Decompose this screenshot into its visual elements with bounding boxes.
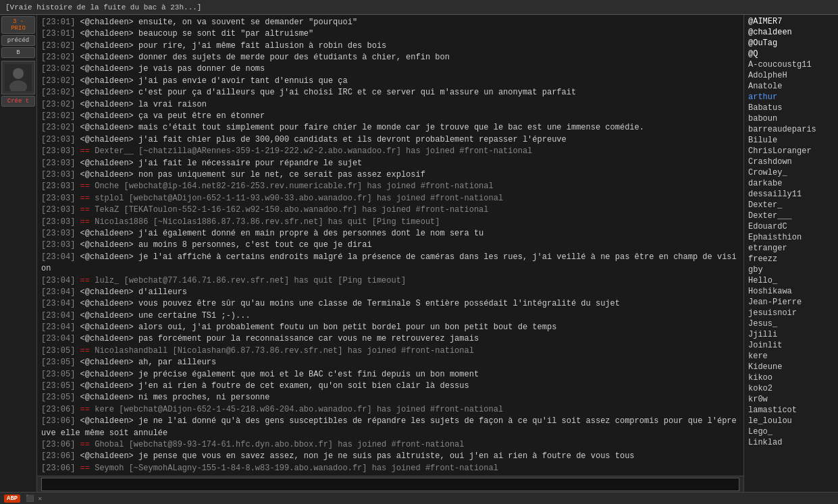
user-item[interactable]: Jjilli [744, 329, 838, 340]
input-bar [37, 476, 743, 492]
chat-line: [23:03] == TekaZ [TEKAToulon-552-1-16-16… [40, 204, 741, 216]
chat-line: [23:05] <@chaldeen> je précise également… [40, 369, 741, 381]
chat-line: [23:02] <@chaldeen> donner des sujets de… [40, 52, 741, 63]
user-item[interactable]: Jean-Pierre [744, 297, 838, 308]
chat-line: [23:03] == Dexter__ [~chatzilla@ARennes-… [40, 146, 741, 157]
user-item[interactable]: Joinlit [744, 340, 838, 351]
chat-line: [23:02] <@chaldeen> je vais pas donner d… [40, 63, 741, 75]
chat-line: [23:03] == Onche [webchat@ip-164.net82-2… [40, 181, 741, 192]
user-item[interactable]: etranger [744, 243, 838, 254]
chat-line: [23:03] <@chaldeen> j'ai fait le nécessa… [40, 158, 741, 169]
user-item[interactable]: A-coucoustg11 [744, 59, 838, 70]
chat-line: [23:06] <@chaldeen> je ne l'ai donné qu'… [40, 416, 741, 439]
user-item[interactable]: barreaudeparis [744, 124, 838, 135]
svg-point-1 [13, 68, 24, 79]
user-item[interactable]: Hello_ [744, 275, 838, 286]
left-panel: 3 - PRIO précéd B Crée t [0, 15, 37, 492]
user-item[interactable]: Linklad [744, 437, 838, 448]
title-text: [Vraie histoire de la fuite du bac à 23h… [5, 3, 201, 11]
user-item[interactable]: Lego_ [744, 426, 838, 437]
chat-line: [23:01] <@chaldeen> beaucoup se sont dit… [40, 28, 741, 40]
chat-line: [23:04] <@chaldeen> je l'ai affiché à ce… [40, 252, 741, 275]
chat-line: [23:03] == stplol [webchat@ADijon-652-1-… [40, 193, 741, 204]
user-item[interactable]: @Q [744, 49, 838, 59]
user-item[interactable]: ChrisLoranger [744, 146, 838, 157]
chat-line: [23:03] <@chaldeen> j'ai également donné… [40, 228, 741, 240]
chat-line: [23:03] <@chaldeen> au moins 8 personnes… [40, 240, 741, 251]
chat-line: [23:06] == kere [webchat@ADijon-652-1-45… [40, 404, 741, 416]
user-item[interactable]: gby [744, 264, 838, 275]
user-item[interactable]: @AIMER7 [744, 16, 838, 27]
tab-preced[interactable]: précéd [1, 35, 35, 46]
bottom-text: ⬛ ✕ [26, 495, 42, 503]
user-item[interactable]: kr0w [744, 394, 838, 405]
user-item[interactable]: EdouardC [744, 221, 838, 232]
chat-line: [23:04] <@chaldeen> pas forcément pour l… [40, 333, 741, 345]
chat-line: [23:05] <@chaldeen> ah, par ailleurs [40, 357, 741, 368]
user-item[interactable]: Anatole [744, 81, 838, 92]
user-item[interactable]: Ephaisthion [744, 232, 838, 243]
chat-line: [23:02] <@chaldeen> c'est pour ça d'aill… [40, 87, 741, 99]
chat-line: [23:03] == Nicolas1886 [~Nicolas1886.87.… [40, 217, 741, 228]
chat-line: [23:01] <@chaldeen> ensuite, on va souve… [40, 17, 741, 28]
user-item[interactable]: koko2 [744, 383, 838, 394]
chat-line: [23:04] == lulz_ [webchat@77.146.71.86.r… [40, 275, 741, 287]
chat-line: [23:05] == Nicolashandball [Nicolashan@6… [40, 345, 741, 357]
chat-line: [23:04] <@chaldeen> d'ailleurs [40, 287, 741, 298]
user-item[interactable]: @chaldeen [744, 27, 838, 38]
chat-line: [23:02] <@chaldeen> pour rire, j'ai même… [40, 40, 741, 52]
user-item[interactable]: Babatus [744, 103, 838, 113]
adblock-badge: ABP [4, 495, 20, 503]
user-item[interactable]: Bilule [744, 135, 838, 146]
tab-3-prio[interactable]: 3 - PRIO [1, 16, 35, 34]
user-item[interactable]: Jesus_ [744, 318, 838, 329]
chat-line: [23:02] <@chaldeen> mais c'était tout si… [40, 122, 741, 134]
content-area: [23:00] <@chaldeen> tout d'abord bonsoir… [37, 15, 743, 492]
user-item[interactable]: arthur [744, 92, 838, 103]
chat-line: [23:04] <@chaldeen> alors oui, j'ai prob… [40, 322, 741, 333]
bottom-bar: ABP ⬛ ✕ [0, 492, 838, 504]
user-item[interactable]: Hoshikawa [744, 286, 838, 297]
tab-cree[interactable]: Crée t [1, 96, 35, 107]
chat-line: [23:02] <@chaldeen> la vrai raison [40, 99, 741, 111]
chat-line: [23:03] <@chaldeen> j'ai fait chier plus… [40, 134, 741, 146]
chat-line: [23:03] <@chaldeen> non pas uniquement s… [40, 169, 741, 181]
chat-line: [23:05] <@chaldeen> ni mes proches, ni p… [40, 392, 741, 403]
chat-area[interactable]: [23:00] <@chaldeen> tout d'abord bonsoir… [37, 15, 743, 476]
user-item[interactable]: AdolpheH [744, 70, 838, 81]
user-item[interactable]: Dexter___ [744, 211, 838, 221]
user-item[interactable]: @OuTag [744, 38, 838, 49]
chat-line: [23:06] == Seymoh [~SeymohALagny-155-1-8… [40, 463, 741, 474]
title-bar: [Vraie histoire de la fuite du bac à 23h… [0, 0, 838, 15]
chat-line: [23:04] <@chaldeen> vous pouvez être sûr… [40, 298, 741, 310]
user-item[interactable]: Kideune [744, 362, 838, 372]
chat-line: [23:04] <@chaldeen> une certaine TS1 ;-)… [40, 310, 741, 322]
chat-line: [23:02] <@chaldeen> ça va peut être en é… [40, 111, 741, 122]
avatar-area [1, 61, 35, 94]
user-item[interactable]: kere [744, 351, 838, 362]
user-item[interactable]: jesuisnoir [744, 308, 838, 318]
main-layout: 3 - PRIO précéd B Crée t [23:00] <@chald… [0, 15, 838, 492]
chat-line: [23:06] == Ghobal [webchat@89-93-174-61.… [40, 439, 741, 451]
user-item[interactable]: kikoo [744, 372, 838, 383]
chat-line: [23:05] <@chaldeen> j'en ai rien à foutr… [40, 381, 741, 392]
user-list: @AIMER7@chaldeen@OuTag@QA-coucoustg11Ado… [743, 15, 838, 492]
chat-input[interactable] [41, 478, 739, 491]
user-item[interactable]: Dexter_ [744, 200, 838, 211]
user-item[interactable]: dessailly11 [744, 189, 838, 200]
user-item[interactable]: darkabe [744, 178, 838, 189]
user-item[interactable]: baboun [744, 113, 838, 124]
user-item[interactable]: lamasticot [744, 405, 838, 416]
user-item[interactable]: Crashdown [744, 157, 838, 167]
chat-line: [23:06] <@chaldeen> je pense que vous en… [40, 451, 741, 462]
user-item[interactable]: le_loulou [744, 416, 838, 426]
chat-line: [23:02] <@chaldeen> j'ai pas envie d'avo… [40, 76, 741, 87]
user-item[interactable]: freezz [744, 254, 838, 264]
tab-b[interactable]: B [1, 47, 35, 58]
user-item[interactable]: Crowley_ [744, 167, 838, 178]
